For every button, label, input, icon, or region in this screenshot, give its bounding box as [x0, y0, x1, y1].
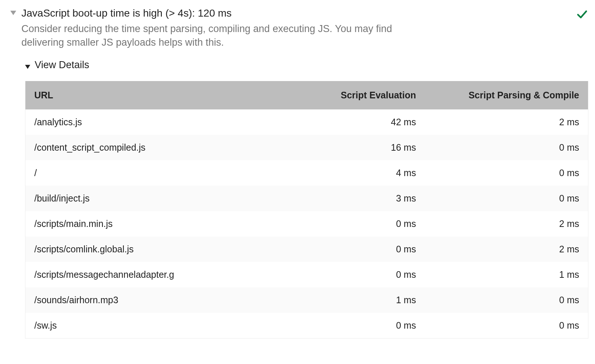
details-table: URL Script Evaluation Script Parsing & C…: [25, 81, 588, 338]
cell-parse: 2 ms: [425, 211, 588, 237]
cell-url: /build/inject.js: [25, 186, 295, 211]
chevron-down-icon: [25, 65, 30, 69]
cell-parse: 2 ms: [425, 109, 588, 135]
cell-url: /sw.js: [25, 313, 295, 338]
column-header-url: URL: [25, 81, 295, 109]
cell-parse: 0 ms: [425, 160, 588, 186]
table-row: /scripts/comlink.global.js0 ms2 ms: [25, 237, 588, 262]
table-header-row: URL Script Evaluation Script Parsing & C…: [25, 81, 588, 109]
audit-description: Consider reducing the time spent parsing…: [21, 22, 427, 49]
table-row: /sounds/airhorn.mp31 ms0 ms: [25, 287, 588, 313]
cell-eval: 0 ms: [295, 237, 425, 262]
cell-url: /content_script_compiled.js: [25, 135, 295, 160]
cell-url: /: [25, 160, 295, 186]
cell-url: /scripts/main.min.js: [25, 211, 295, 237]
table-row: /analytics.js42 ms2 ms: [25, 109, 588, 135]
table-row: /build/inject.js3 ms0 ms: [25, 186, 588, 211]
cell-url: /scripts/comlink.global.js: [25, 237, 295, 262]
cell-eval: 0 ms: [295, 313, 425, 338]
cell-parse: 0 ms: [425, 186, 588, 211]
cell-eval: 0 ms: [295, 211, 425, 237]
cell-eval: 3 ms: [295, 186, 425, 211]
cell-parse: 0 ms: [425, 287, 588, 313]
cell-url: /sounds/airhorn.mp3: [25, 287, 295, 313]
column-header-parse: Script Parsing & Compile: [425, 81, 588, 109]
details-block: View Details URL Script Evaluation Scrip…: [25, 59, 588, 339]
cell-eval: 16 ms: [295, 135, 425, 160]
audit-header: JavaScript boot-up time is high (> 4s): …: [10, 7, 588, 49]
table-row: /content_script_compiled.js16 ms0 ms: [25, 135, 588, 160]
table-row: /scripts/main.min.js0 ms2 ms: [25, 211, 588, 237]
check-icon: [576, 8, 588, 21]
cell-eval: 42 ms: [295, 109, 425, 135]
cell-eval: 0 ms: [295, 262, 425, 287]
view-details-label: View Details: [35, 59, 89, 71]
table-row: /sw.js0 ms0 ms: [25, 313, 588, 338]
audit-title: JavaScript boot-up time is high (> 4s): …: [21, 7, 571, 20]
cell-parse: 2 ms: [425, 237, 588, 262]
table-row: /scripts/messagechanneladapter.g0 ms1 ms: [25, 262, 588, 287]
cell-url: /analytics.js: [25, 109, 295, 135]
cell-eval: 1 ms: [295, 287, 425, 313]
details-table-wrap: URL Script Evaluation Script Parsing & C…: [25, 81, 588, 339]
cell-parse: 1 ms: [425, 262, 588, 287]
cell-eval: 4 ms: [295, 160, 425, 186]
cell-parse: 0 ms: [425, 313, 588, 338]
table-row: /4 ms0 ms: [25, 160, 588, 186]
column-header-eval: Script Evaluation: [295, 81, 425, 109]
audit-title-block: JavaScript boot-up time is high (> 4s): …: [21, 7, 571, 49]
cell-url: /scripts/messagechanneladapter.g: [25, 262, 295, 287]
view-details-toggle[interactable]: View Details: [25, 59, 588, 71]
cell-parse: 0 ms: [425, 135, 588, 160]
expand-icon[interactable]: [10, 11, 16, 15]
